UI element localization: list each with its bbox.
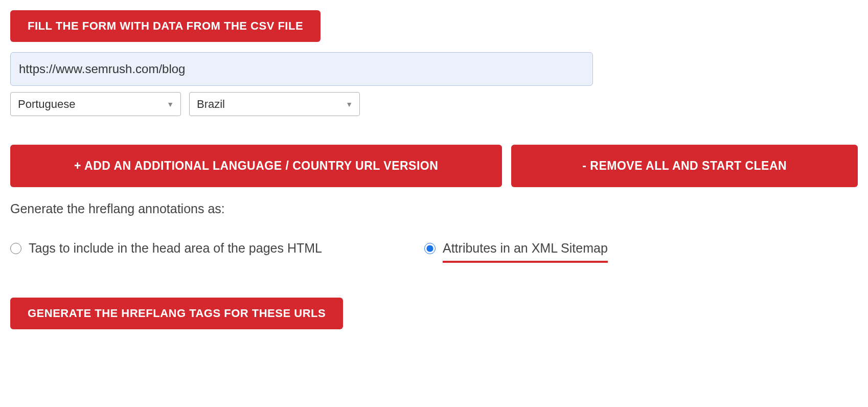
fill-csv-button[interactable]: FILL THE FORM WITH DATA FROM THE CSV FIL… <box>10 10 321 42</box>
generate-button[interactable]: GENERATE THE HREFLANG TAGS FOR THESE URL… <box>10 298 343 329</box>
radio-head-tags-label: Tags to include in the head area of the … <box>29 241 322 256</box>
language-select[interactable]: Portuguese <box>10 92 181 116</box>
radio-xml-sitemap-label: Attributes in an XML Sitemap <box>443 241 608 256</box>
country-select-wrapper: Brazil ▼ <box>189 92 360 116</box>
radio-row: Tags to include in the head area of the … <box>10 241 858 256</box>
add-version-button[interactable]: + ADD AN ADDITIONAL LANGUAGE / COUNTRY U… <box>10 145 502 187</box>
remove-all-button[interactable]: - REMOVE ALL AND START CLEAN <box>511 145 858 187</box>
language-select-wrapper: Portuguese ▼ <box>10 92 181 116</box>
radio-xml-sitemap[interactable]: Attributes in an XML Sitemap <box>424 241 608 256</box>
generate-as-label: Generate the hreflang annotations as: <box>10 201 858 216</box>
radio-head-tags-input[interactable] <box>10 243 21 254</box>
button-row: + ADD AN ADDITIONAL LANGUAGE / COUNTRY U… <box>10 145 858 187</box>
url-input[interactable] <box>10 52 593 86</box>
underline-highlight <box>443 261 608 263</box>
radio-head-tags[interactable]: Tags to include in the head area of the … <box>10 241 322 256</box>
radio-xml-sitemap-input[interactable] <box>424 243 436 254</box>
select-row: Portuguese ▼ Brazil ▼ <box>10 92 858 116</box>
country-select[interactable]: Brazil <box>189 92 360 116</box>
